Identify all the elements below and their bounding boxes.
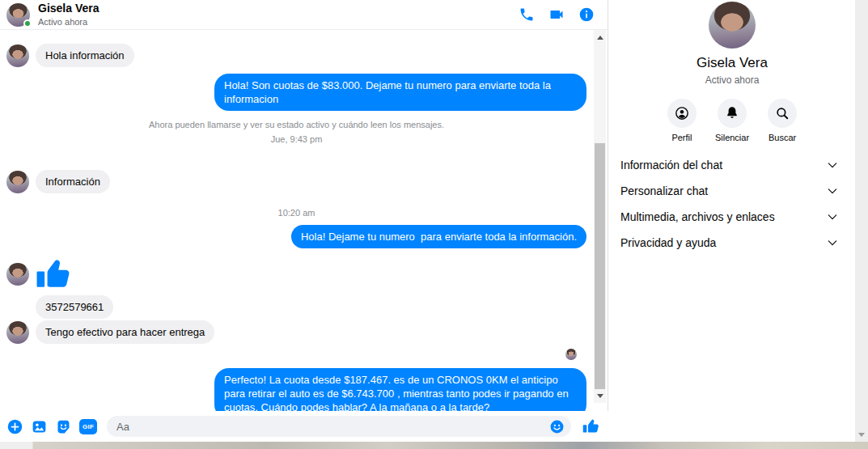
contact-avatar[interactable] [6, 3, 30, 27]
panel-section-3[interactable]: Multimedia, archivos y enlaces [620, 204, 839, 230]
scroll-up-arrow[interactable] [594, 32, 606, 43]
received-message-bubble[interactable]: 3572579661 [36, 295, 113, 319]
action-label: Silenciar [715, 133, 749, 142]
profile-avatar[interactable] [709, 2, 756, 49]
timestamp: Jue, 9:43 pm [6, 134, 586, 144]
header-actions [519, 6, 595, 23]
background-page-strip [0, 442, 868, 449]
sticker-icon[interactable] [55, 418, 72, 435]
action-label: Perfil [671, 133, 692, 142]
message-row [6, 256, 586, 293]
chevron-down-icon [826, 184, 839, 197]
seen-indicator-row [6, 349, 586, 360]
panel-scroll-down-arrow[interactable] [855, 429, 867, 440]
chat-details-panel: Gisela Vera Activo ahora PerfilSilenciar… [609, 0, 855, 442]
panel-scrollbar[interactable] [855, 0, 868, 442]
chat-header: Gisela Vera Activo ahora [0, 0, 608, 30]
search-icon [768, 99, 797, 128]
chevron-down-icon [826, 210, 839, 223]
open-more-icon[interactable] [6, 418, 23, 435]
conversation-info-icon[interactable] [578, 6, 595, 23]
messenger-chat-window: Gisela Vera Activo ahora Hola informació… [0, 0, 868, 449]
send-like-icon[interactable] [582, 417, 600, 435]
buscar-button[interactable]: Buscar [768, 99, 797, 142]
sent-message-bubble[interactable]: Perfecto! La cuota desde $187.467. es de… [214, 368, 586, 411]
message-row: Hola información [6, 44, 586, 67]
phone-icon[interactable] [519, 6, 535, 23]
panel-section-2[interactable]: Personalizar chat [620, 178, 839, 204]
message-list: Hola informaciónHola! Son cuotas de $83.… [0, 30, 594, 411]
action-label: Buscar [768, 133, 796, 142]
scroll-down-arrow[interactable] [594, 390, 606, 401]
message-row: Información [6, 170, 586, 193]
profile-status: Activo ahora [705, 74, 760, 86]
contact-avatar[interactable] [6, 263, 29, 286]
section-label: Personalizar chat [620, 184, 708, 197]
timestamp: 10:20 am [6, 208, 586, 218]
message-input-pill[interactable] [107, 416, 571, 437]
message-row: Hola! Dejame tu numero para enviarte tod… [6, 225, 586, 248]
section-label: Información del chat [620, 159, 722, 172]
chat-settings-sections: Información del chatPersonalizar chatMul… [609, 152, 855, 256]
online-status-dot [23, 19, 32, 28]
message-row: 3572579661 [6, 295, 586, 319]
mute-icon [718, 99, 747, 128]
profile-name: Gisela Vera [697, 55, 768, 71]
chat-scrollbar-thumb[interactable] [595, 143, 605, 389]
profile-actions: PerfilSilenciarBuscar [667, 99, 797, 142]
contact-status: Activo ahora [38, 17, 100, 27]
chevron-down-icon [826, 236, 839, 249]
chat-scrollbar[interactable] [594, 30, 606, 403]
sent-message-bubble[interactable]: Hola! Dejame tu numero para enviarte tod… [291, 225, 586, 248]
received-message-bubble[interactable]: Hola información [36, 44, 134, 67]
message-row: Tengo efectivo para hacer entrega [6, 320, 586, 344]
seen-indicator-avatar [565, 349, 577, 360]
message-row: Perfecto! La cuota desde $187.467. es de… [6, 368, 586, 411]
panel-section-1[interactable]: Información del chat [620, 152, 839, 178]
sent-message-bubble[interactable]: Hola! Son cuotas de $83.000. Dejame tu n… [214, 74, 586, 111]
chat-column: Gisela Vera Activo ahora Hola informació… [0, 0, 608, 442]
gif-icon[interactable]: GIF [79, 419, 97, 434]
section-label: Multimedia, archivos y enlaces [620, 210, 775, 223]
message-composer: GIF [0, 411, 608, 442]
attach-photo-icon[interactable] [31, 418, 48, 435]
profile-icon [667, 99, 697, 128]
system-note: Ahora pueden llamarse y ver su estado ac… [6, 120, 586, 129]
chevron-down-icon [826, 159, 839, 172]
contact-avatar[interactable] [6, 321, 29, 344]
received-message-bubble[interactable]: Información [36, 170, 110, 193]
perfil-button[interactable]: Perfil [667, 99, 697, 142]
contact-avatar[interactable] [6, 44, 29, 67]
message-input[interactable] [116, 421, 549, 433]
like-sticker[interactable] [36, 256, 73, 293]
section-label: Privacidad y ayuda [620, 236, 716, 249]
video-call-icon[interactable] [548, 6, 565, 23]
contact-avatar[interactable] [6, 171, 29, 193]
message-row: Hola! Son cuotas de $83.000. Dejame tu n… [6, 74, 586, 111]
silenciar-button[interactable]: Silenciar [715, 99, 749, 142]
panel-section-4[interactable]: Privacidad y ayuda [620, 230, 839, 256]
contact-name: Gisela Vera [38, 2, 100, 15]
header-contact-info[interactable]: Gisela Vera Activo ahora [38, 2, 100, 26]
received-message-bubble[interactable]: Tengo efectivo para hacer entrega [36, 320, 214, 344]
emoji-icon[interactable] [549, 419, 565, 434]
